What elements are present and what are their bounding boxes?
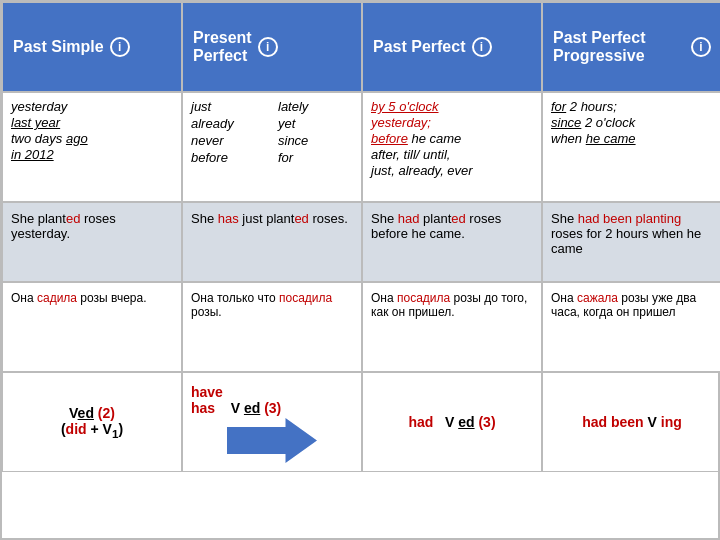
time-past-perfect: by 5 o'clock yesterday; before he came a… — [362, 92, 542, 202]
time-two-days: two days ago — [11, 131, 173, 146]
time-yesterday: yesterday — [11, 99, 173, 114]
time-just2: just, already, ever — [371, 163, 533, 178]
info-icon-past-simple[interactable]: i — [110, 37, 130, 57]
example-ppp: She had been planting roses for 2 hours … — [542, 202, 720, 282]
time-after: after, till/ until, — [371, 147, 533, 162]
formula-ps-line2: (did + V1) — [61, 421, 123, 440]
present-perfect-label: PresentPerfect — [193, 29, 252, 65]
time-past-simple: yesterday last year two days ago in 2012 — [2, 92, 182, 202]
russian-text-pperf: Она посадила розы до того, как он пришел… — [371, 291, 527, 319]
russian-text-ps: Она садила розы вчера. — [11, 291, 146, 305]
time-last-year: last year — [11, 115, 173, 130]
main-grid: Past Simple i PresentPerfect i Past Perf… — [0, 0, 720, 540]
past-perfect-progressive-label: Past Perfect Progressive — [553, 29, 685, 65]
formula-ppp: had been V ing — [542, 372, 720, 472]
russian-text-pppp: Она сажала розы уже два часа, когда он п… — [551, 291, 696, 319]
time-never: never — [191, 133, 266, 148]
time-when: when he came — [551, 131, 713, 146]
time-by5: by 5 o'clock — [371, 99, 533, 114]
russian-present-perfect: Она только что посадила розы. — [182, 282, 362, 372]
formula-ps-line1: Ved (2) — [69, 405, 115, 421]
time-ppp: for 2 hours; since 2 o'clock when he cam… — [542, 92, 720, 202]
time-in-2012: in 2012 — [11, 147, 173, 162]
time-already: already — [191, 116, 266, 131]
header-present-perfect: PresentPerfect i — [182, 2, 362, 92]
russian-past-simple: Она садила розы вчера. — [2, 282, 182, 372]
time-since: since — [278, 133, 353, 148]
header-past-perfect-progressive: Past Perfect Progressive i — [542, 2, 720, 92]
formula-present-perfect: have has V ed (3) — [182, 372, 362, 472]
info-icon-past-perfect[interactable]: i — [472, 37, 492, 57]
formula-past-simple: Ved (2) (did + V1) — [2, 372, 182, 472]
formula-past-perfect: had V ed (3) — [362, 372, 542, 472]
header-past-simple: Past Simple i — [2, 2, 182, 92]
time-before2: before he came — [371, 131, 533, 146]
time-for2: for 2 hours; — [551, 99, 713, 114]
formula-pperf-had: had V ed (3) — [408, 414, 495, 430]
formula-pp-has: has V ed (3) — [191, 400, 281, 416]
time-yet: yet — [278, 116, 353, 131]
russian-past-perfect: Она посадила розы до того, как он пришел… — [362, 282, 542, 372]
example-past-perfect: She had planted roses before he came. — [362, 202, 542, 282]
header-past-perfect: Past Perfect i — [362, 2, 542, 92]
info-icon-present-perfect[interactable]: i — [258, 37, 278, 57]
russian-text-pp: Она только что посадила розы. — [191, 291, 332, 319]
info-icon-ppp[interactable]: i — [691, 37, 711, 57]
time-for: for — [278, 150, 353, 165]
time-since2: since 2 o'clock — [551, 115, 713, 130]
time-just: just — [191, 99, 266, 114]
past-perfect-label: Past Perfect — [373, 38, 466, 56]
example-text-pppp: She had been planting roses for 2 hours … — [551, 211, 701, 256]
time-lately: lately — [278, 99, 353, 114]
time-yesterday2: yesterday; — [371, 115, 533, 130]
example-present-perfect: She has just planted roses. — [182, 202, 362, 282]
example-text-ps: She planted roses yesterday. — [11, 211, 116, 241]
time-before: before — [191, 150, 266, 165]
example-past-simple: She planted roses yesterday. — [2, 202, 182, 282]
russian-ppp: Она сажала розы уже два часа, когда он п… — [542, 282, 720, 372]
formula-pppp-text: had been V ing — [582, 414, 682, 430]
example-text-pperf: She had planted roses before he came. — [371, 211, 501, 241]
formula-pp-have: have — [191, 384, 223, 400]
past-simple-label: Past Simple — [13, 38, 104, 56]
example-text-pp: She has just planted roses. — [191, 211, 348, 226]
arrow-icon — [227, 418, 317, 463]
time-present-perfect: just already never before lately yet sin… — [182, 92, 362, 202]
